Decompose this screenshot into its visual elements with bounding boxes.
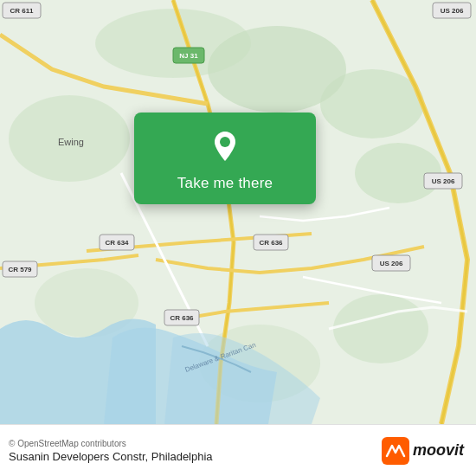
svg-point-5 (95, 9, 251, 78)
bottom-left-info: © OpenStreetMap contributors Susanin Dev… (9, 439, 213, 463)
svg-text:CR 611: CR 611 (10, 7, 34, 15)
svg-text:CR 579: CR 579 (8, 266, 32, 273)
svg-text:US 206: US 206 (380, 260, 403, 267)
map-background: CR 611 US 206 NJ 31 US 206 US 206 CR 634… (0, 0, 476, 424)
svg-text:CR 634: CR 634 (105, 239, 129, 247)
svg-point-30 (220, 137, 230, 147)
take-me-there-button[interactable]: Take me there (177, 175, 273, 192)
action-card: Take me there (134, 113, 316, 204)
copyright-text: © OpenStreetMap contributors (9, 439, 213, 448)
svg-text:Ewing: Ewing (58, 137, 84, 147)
svg-text:CR 636: CR 636 (259, 239, 283, 247)
location-name: Susanin Developers Constr, Philadelphia (9, 450, 213, 463)
moovit-text: moovit (413, 441, 464, 460)
bottom-bar: © OpenStreetMap contributors Susanin Dev… (0, 424, 476, 476)
map-container: CR 611 US 206 NJ 31 US 206 US 206 CR 634… (0, 0, 476, 424)
location-pin-icon (206, 128, 244, 166)
moovit-logo: moovit (382, 437, 464, 465)
moovit-icon (382, 437, 409, 465)
svg-text:NJ 31: NJ 31 (179, 52, 198, 60)
svg-point-8 (333, 294, 428, 363)
svg-text:US 206: US 206 (441, 7, 464, 15)
svg-text:CR 636: CR 636 (170, 314, 194, 322)
svg-point-2 (320, 69, 424, 138)
svg-text:US 206: US 206 (432, 177, 455, 185)
